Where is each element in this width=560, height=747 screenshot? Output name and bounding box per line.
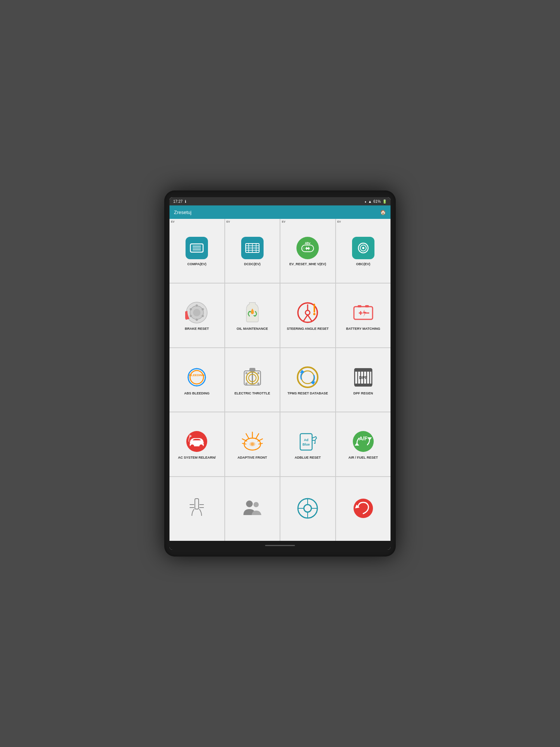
svg-point-101 xyxy=(354,499,373,518)
svg-point-50 xyxy=(257,372,259,374)
air-fuel-reset-label: AIR / FUEL RESET xyxy=(348,456,378,460)
svg-point-20 xyxy=(193,309,200,316)
obc-ev-label: OBC(EV) xyxy=(356,262,370,266)
svg-line-78 xyxy=(259,443,262,444)
svg-point-93 xyxy=(246,500,253,507)
svg-line-74 xyxy=(256,434,259,439)
svg-rect-63 xyxy=(355,369,372,372)
badge-ev-2: EV xyxy=(227,220,230,223)
grid-item-dcdc-ev[interactable]: EV DCDC(EV) xyxy=(225,219,280,283)
grid-item-tpms-reset[interactable]: TPMS RESET DATABASE xyxy=(280,348,335,412)
svg-point-94 xyxy=(253,502,259,507)
grid-item-steering-angle[interactable]: STEERING ANGLE RESET xyxy=(280,283,335,347)
steering-angle-icon xyxy=(296,301,320,325)
battery-matching-icon xyxy=(351,301,375,325)
dpf-regen-icon: DPF xyxy=(351,365,375,389)
grid-item-brake-reset[interactable]: BRAKE RESET xyxy=(169,283,224,347)
svg-text:48v: 48v xyxy=(305,241,311,245)
battery-display: 61% xyxy=(373,199,381,204)
grid-item-obc-ev[interactable]: EV OBC(EV) xyxy=(336,219,391,283)
electric-throttle-icon xyxy=(240,365,264,389)
battery-matching-label: BATTERY MATCHING xyxy=(346,327,380,331)
svg-rect-38 xyxy=(365,305,369,307)
time-display: 17:27 xyxy=(173,199,183,204)
dcdc-ev-label: DCDC(EV) xyxy=(244,262,261,266)
svg-point-84 xyxy=(353,431,374,452)
svg-line-32 xyxy=(303,315,308,322)
info-icon: ℹ xyxy=(185,199,186,204)
adblue-reset-label: ADBLUE RESET xyxy=(295,456,321,460)
grid-item-electric-throttle[interactable]: ELECTRIC THROTTLE xyxy=(225,348,280,412)
grid-item-dpf-regen[interactable]: DPF DPF REGEN xyxy=(336,348,391,412)
app-title: Zresetuj xyxy=(174,210,192,215)
svg-line-33 xyxy=(308,315,312,322)
svg-point-54 xyxy=(301,371,314,384)
svg-text:Blue: Blue xyxy=(302,443,310,446)
tablet-device: 17:27 ℹ ⬧ ▲ 61% 🔋 Zresetuj 🏠 EV xyxy=(164,190,396,557)
grid-item-abs-bleeding[interactable]: BLEEDING ABS BLEEDING xyxy=(169,348,224,412)
battery-icon: 🔋 xyxy=(382,199,387,204)
grid-item-oil-maintenance[interactable]: OIL MAINTENANCE xyxy=(225,283,280,347)
svg-text:Ad: Ad xyxy=(304,438,308,442)
status-bar: 17:27 ℹ ⬧ ▲ 61% 🔋 xyxy=(169,197,391,205)
wifi-icon: ⬧ xyxy=(364,199,367,204)
abs-bleeding-icon: BLEEDING xyxy=(185,365,209,389)
grid-item-battery-matching[interactable]: BATTERY MATCHING xyxy=(336,283,391,347)
svg-text:BLEEDING: BLEEDING xyxy=(189,374,205,377)
grid-item-partial-4[interactable] xyxy=(336,477,391,541)
svg-point-51 xyxy=(245,382,248,385)
svg-point-42 xyxy=(190,371,203,384)
svg-text:A/F: A/F xyxy=(359,436,367,441)
grid-item-ac-system[interactable]: AC SYSTEM RELEARN/ xyxy=(169,412,224,476)
svg-point-35 xyxy=(313,313,315,315)
grid-item-adblue-reset[interactable]: Ad Blue ADBLUE RESET xyxy=(280,412,335,476)
svg-point-68 xyxy=(190,444,194,448)
tablet-screen: 17:27 ℹ ⬧ ▲ 61% 🔋 Zresetuj 🏠 EV xyxy=(169,197,391,550)
grid-item-air-fuel-reset[interactable]: A/F AIR / FUEL RESET xyxy=(336,412,391,476)
electric-throttle-label: ELECTRIC THROTTLE xyxy=(234,391,270,396)
steering-angle-label: STEERING ANGLE RESET xyxy=(287,327,329,331)
grid-item-adaptive-front[interactable]: ADAPTIVE FRONT xyxy=(225,412,280,476)
badge-ev-4: EV xyxy=(337,220,341,223)
dcdc-ev-icon xyxy=(240,236,264,260)
grid-item-partial-1[interactable] xyxy=(169,477,224,541)
svg-text:DPF: DPF xyxy=(359,375,367,380)
oil-maintenance-icon xyxy=(240,301,264,325)
svg-point-80 xyxy=(251,443,254,446)
tpms-reset-icon xyxy=(296,365,320,389)
svg-line-77 xyxy=(242,443,246,444)
svg-point-26 xyxy=(190,308,192,310)
grid-item-partial-2[interactable] xyxy=(225,477,280,541)
grid-item-partial-3[interactable] xyxy=(280,477,335,541)
ev-reset-icon: 48v xyxy=(296,236,320,260)
svg-point-96 xyxy=(304,505,311,512)
tpms-reset-label: TPMS RESET DATABASE xyxy=(287,391,328,396)
title-bar: Zresetuj 🏠 xyxy=(169,205,391,219)
badge-ev-3: EV xyxy=(282,220,285,223)
svg-rect-37 xyxy=(358,305,361,307)
adblue-reset-icon: Ad Blue xyxy=(296,430,320,453)
home-icon[interactable]: 🏠 xyxy=(380,210,386,215)
badge-ev: EV xyxy=(171,220,174,223)
svg-point-25 xyxy=(190,315,192,317)
brake-reset-label: BRAKE RESET xyxy=(185,327,209,331)
signal-icon: ▲ xyxy=(368,199,372,204)
svg-point-49 xyxy=(245,372,248,374)
compa-ev-label: COMPA(EV) xyxy=(187,262,206,266)
grid-item-compa-ev[interactable]: EV COMPA(EV) xyxy=(169,219,224,283)
ev-reset-label: EV_RESET_MHE V(EV) xyxy=(289,262,326,266)
svg-point-22 xyxy=(202,308,204,310)
svg-point-52 xyxy=(257,382,259,385)
ac-system-label: AC SYSTEM RELEARN/ xyxy=(178,456,216,460)
service-grid: EV COMPA(EV) EV xyxy=(169,219,391,541)
partial-3-icon xyxy=(296,496,320,520)
svg-point-17 xyxy=(362,247,364,249)
partial-2-icon xyxy=(240,496,264,520)
obc-ev-icon xyxy=(351,236,375,260)
svg-line-73 xyxy=(246,434,249,439)
svg-rect-81 xyxy=(300,434,312,450)
oil-maintenance-label: OIL MAINTENANCE xyxy=(237,327,268,331)
grid-item-ev-reset[interactable]: EV 48v EV_RESET_MHE V(EV) xyxy=(280,219,335,283)
svg-point-14 xyxy=(302,247,305,249)
svg-rect-48 xyxy=(249,368,255,372)
